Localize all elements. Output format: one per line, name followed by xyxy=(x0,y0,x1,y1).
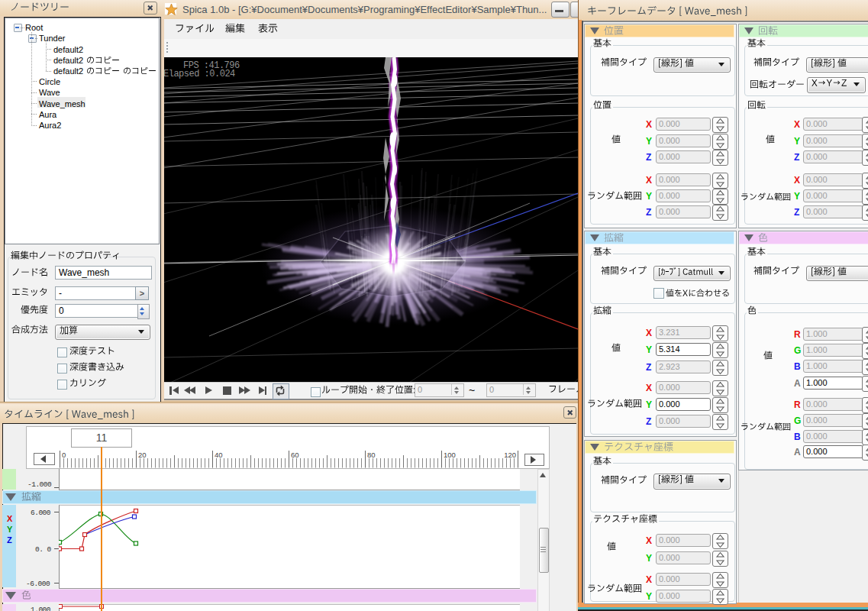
svg-text:100: 100 xyxy=(444,451,456,459)
svg-text:20: 20 xyxy=(138,451,147,459)
svg-text:120: 120 xyxy=(504,451,516,459)
svg-text:40: 40 xyxy=(215,451,223,459)
svg-text:80: 80 xyxy=(367,451,376,459)
svg-text:60: 60 xyxy=(291,451,299,459)
svg-text:0: 0 xyxy=(62,451,66,459)
